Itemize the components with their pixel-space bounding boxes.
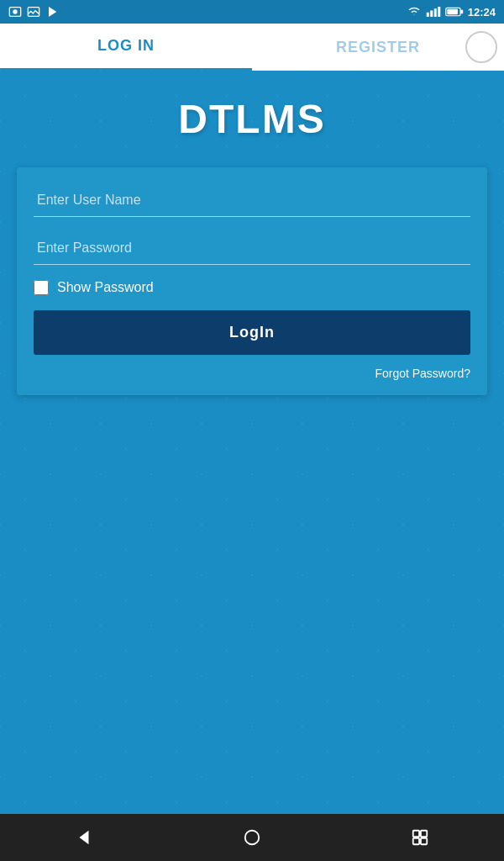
- play-icon: [45, 5, 59, 18]
- bottom-nav-bar: [0, 814, 504, 861]
- status-bar: 12:24: [0, 0, 504, 24]
- wifi-icon: [407, 6, 422, 18]
- home-icon: [243, 828, 261, 847]
- show-password-label[interactable]: Show Password: [57, 280, 154, 295]
- status-bar-icons: [8, 5, 59, 18]
- battery-icon: [445, 6, 464, 18]
- password-input[interactable]: [34, 232, 470, 265]
- svg-rect-9: [460, 10, 463, 14]
- top-nav: LOG IN REGISTER: [0, 24, 504, 71]
- svg-point-1: [13, 9, 17, 13]
- status-bar-right-icons: 12:24: [407, 6, 496, 18]
- username-input[interactable]: [34, 184, 470, 217]
- forgot-password-link[interactable]: Forgot Password?: [34, 365, 470, 382]
- login-card: Show Password LogIn Forgot Password?: [17, 167, 487, 395]
- screenshot-icon: [8, 5, 22, 18]
- recents-icon: [411, 828, 429, 847]
- svg-rect-15: [413, 838, 419, 844]
- svg-rect-10: [447, 9, 458, 14]
- svg-marker-11: [80, 831, 89, 845]
- svg-rect-4: [427, 13, 429, 17]
- recents-button[interactable]: [403, 821, 437, 854]
- login-button[interactable]: LogIn: [34, 310, 470, 355]
- time-display: 12:24: [468, 6, 496, 18]
- svg-marker-3: [49, 7, 56, 17]
- home-button[interactable]: [235, 821, 269, 854]
- show-password-checkbox[interactable]: [34, 280, 49, 295]
- back-icon: [75, 828, 93, 847]
- tab-login[interactable]: LOG IN: [0, 24, 252, 71]
- app-title: DTLMS: [178, 96, 325, 142]
- svg-point-12: [245, 831, 260, 845]
- signal-icon: [426, 6, 441, 18]
- svg-rect-5: [430, 11, 433, 18]
- back-button[interactable]: [67, 821, 101, 854]
- svg-rect-16: [421, 838, 427, 844]
- svg-rect-14: [421, 831, 427, 837]
- svg-rect-6: [434, 8, 437, 17]
- main-content: DTLMS Show Password LogIn Forgot Passwor…: [0, 71, 504, 814]
- photo-icon: [27, 5, 40, 18]
- show-password-row: Show Password: [34, 280, 470, 295]
- nav-circle-icon: [465, 31, 497, 63]
- svg-rect-13: [413, 831, 419, 837]
- svg-rect-7: [438, 7, 440, 17]
